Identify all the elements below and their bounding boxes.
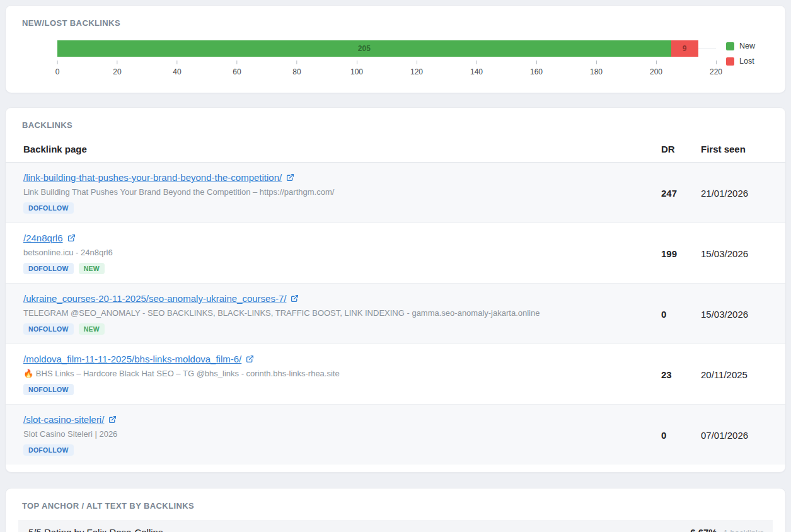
backlink-description: TELEGRAM @SEO_ANOMALY - SEO BACKLINKS, B… xyxy=(23,308,658,318)
tick-label: 0 xyxy=(55,67,60,76)
axis-tick: 80 xyxy=(292,61,301,76)
tick-label: 160 xyxy=(530,67,543,76)
anchor-backlink-count: 1 backlinks xyxy=(724,528,764,532)
column-header-backlink-page: Backlink page xyxy=(23,144,658,154)
table-row: /24n8qrl6betsonline.icu - 24n8qrl6DOFOLL… xyxy=(6,223,785,284)
backlink-link-line: /link-building-that-pushes-your-brand-be… xyxy=(23,172,658,183)
backlink-link-line: /moldova_film-11-11-2025/bhs-links-moldo… xyxy=(23,354,658,364)
badge-group: DOFOLLOW xyxy=(23,202,658,214)
chart-legend: NewLost xyxy=(726,40,778,66)
tick-label: 20 xyxy=(113,67,121,76)
table-header: Backlink page DR First seen xyxy=(6,131,785,163)
table-body: /link-building-that-pushes-your-brand-be… xyxy=(6,163,785,465)
badge-group: NOFOLLOWNEW xyxy=(23,323,658,335)
backlink-cell: /ukraine_courses-20-11-2025/seo-anomaly-… xyxy=(23,293,658,335)
external-link-icon[interactable] xyxy=(108,415,117,424)
x-axis: 020406080100120140160180200220 xyxy=(57,61,716,86)
first-seen-value: 15/03/2026 xyxy=(695,309,769,320)
backlink-link-line: /ukraine_courses-20-11-2025/seo-anomaly-… xyxy=(23,293,658,304)
dr-value: 199 xyxy=(658,248,695,259)
tick-mark xyxy=(656,61,657,64)
backlink-description: betsonline.icu - 24n8qrl6 xyxy=(23,248,658,257)
axis-tick: 220 xyxy=(710,61,722,76)
anchor-percent: 6.67% xyxy=(690,527,717,532)
external-link-icon[interactable] xyxy=(67,234,76,242)
backlinks-panel: BACKLINKS Backlink page DR First seen /l… xyxy=(5,107,786,473)
anchor-list: 5/5 Rating by Felix Rose-Collins6.67%1 b… xyxy=(6,520,785,532)
axis-tick: 140 xyxy=(470,61,483,76)
tick-label: 100 xyxy=(350,67,363,76)
bar-segment-lost: 9 xyxy=(671,40,698,57)
badge-dofollow: DOFOLLOW xyxy=(23,263,74,274)
backlink-description: Link Building That Pushes Your Brand Bey… xyxy=(23,187,658,197)
first-seen-value: 20/11/2025 xyxy=(695,369,769,380)
anchor-text: 5/5 Rating by Felix Rose-Collins xyxy=(28,527,690,532)
legend-label: Lost xyxy=(739,57,754,66)
column-header-first-seen: First seen xyxy=(695,144,769,154)
axis-tick: 160 xyxy=(530,61,543,76)
dr-value: 0 xyxy=(658,430,695,441)
badge-group: DOFOLLOWNEW xyxy=(23,263,658,274)
badge-dofollow: DOFOLLOW xyxy=(23,444,74,456)
backlink-url-link[interactable]: /24n8qrl6 xyxy=(23,233,63,243)
badge-group: NOFOLLOW xyxy=(23,384,658,395)
axis-tick: 0 xyxy=(55,61,60,76)
legend-item-new[interactable]: New xyxy=(726,42,778,50)
tick-label: 60 xyxy=(233,67,241,76)
first-seen-value: 21/01/2026 xyxy=(695,188,769,199)
column-header-dr: DR xyxy=(658,144,695,154)
backlink-description: Slot Casino Siteleri | 2026 xyxy=(23,429,658,439)
tick-mark xyxy=(716,61,717,64)
tick-label: 120 xyxy=(410,67,423,76)
external-link-icon[interactable] xyxy=(291,294,299,303)
axis-tick: 60 xyxy=(233,61,241,76)
top-anchor-panel: TOP ANCHOR / ALT TEXT BY BACKLINKS 5/5 R… xyxy=(5,488,786,532)
tick-mark xyxy=(296,61,297,64)
backlink-url-link[interactable]: /ukraine_courses-20-11-2025/seo-anomaly-… xyxy=(23,293,286,304)
anchor-line: 5/5 Rating by Felix Rose-Collins6.67%1 b… xyxy=(28,527,764,532)
bar-plot: 2059 020406080100120140160180200220 xyxy=(57,40,716,86)
tick-mark xyxy=(476,61,477,64)
backlink-cell: /link-building-that-pushes-your-brand-be… xyxy=(23,172,658,214)
table-row: /ukraine_courses-20-11-2025/seo-anomaly-… xyxy=(6,284,785,344)
axis-tick: 120 xyxy=(410,61,423,76)
table-row: /link-building-that-pushes-your-brand-be… xyxy=(6,163,785,223)
backlink-description: 🔥 BHS Links – Hardcore Black Hat SEO – T… xyxy=(23,369,658,378)
tick-label: 180 xyxy=(590,67,603,76)
axis-tick: 20 xyxy=(113,61,121,76)
axis-tick: 40 xyxy=(173,61,181,76)
new-lost-chart: 2059 020406080100120140160180200220 NewL… xyxy=(6,28,785,86)
backlink-url-link[interactable]: /slot-casino-siteleri/ xyxy=(23,414,104,425)
external-link-icon[interactable] xyxy=(286,173,294,182)
legend-swatch-lost xyxy=(726,57,734,66)
stacked-bar: 2059 xyxy=(57,40,716,57)
backlink-url-link[interactable]: /moldova_film-11-11-2025/bhs-links-moldo… xyxy=(23,354,241,364)
bar-segment-new: 205 xyxy=(57,40,671,57)
backlink-url-link[interactable]: /link-building-that-pushes-your-brand-be… xyxy=(23,172,282,183)
backlink-link-line: /24n8qrl6 xyxy=(23,233,658,243)
tick-mark xyxy=(117,61,117,64)
tick-mark xyxy=(536,61,537,64)
tick-label: 80 xyxy=(292,67,301,76)
tick-mark xyxy=(236,61,237,64)
backlink-link-line: /slot-casino-siteleri/ xyxy=(23,414,658,425)
badge-new: NEW xyxy=(79,263,105,274)
first-seen-value: 15/03/2026 xyxy=(695,248,769,259)
panel-title-new-lost: NEW/LOST BACKLINKS xyxy=(6,6,785,28)
tick-mark xyxy=(357,61,357,64)
new-lost-backlinks-panel: NEW/LOST BACKLINKS 2059 0204060801001201… xyxy=(5,5,786,93)
legend-label: New xyxy=(739,42,755,50)
panel-title-top-anchor: TOP ANCHOR / ALT TEXT BY BACKLINKS xyxy=(6,489,785,511)
anchor-row: 5/5 Rating by Felix Rose-Collins6.67%1 b… xyxy=(18,520,773,532)
tick-mark xyxy=(176,61,177,64)
tick-label: 140 xyxy=(470,67,483,76)
tick-mark xyxy=(417,61,417,64)
axis-tick: 180 xyxy=(590,61,603,76)
legend-item-lost[interactable]: Lost xyxy=(726,57,778,66)
dr-value: 23 xyxy=(658,369,695,380)
badge-dofollow: DOFOLLOW xyxy=(23,202,74,214)
first-seen-value: 07/01/2026 xyxy=(695,430,769,441)
external-link-icon[interactable] xyxy=(246,355,254,363)
axis-tick: 100 xyxy=(350,61,363,76)
tick-mark xyxy=(57,61,58,64)
